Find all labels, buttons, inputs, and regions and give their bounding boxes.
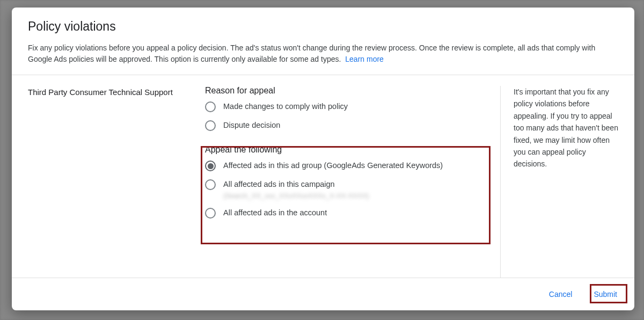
reason-title: Reason for appeal: [205, 86, 495, 96]
appeal-title: Appeal the following: [205, 145, 495, 155]
appeal-option-adgroup[interactable]: Affected ads in this ad group (GoogleAds…: [205, 160, 495, 171]
reason-option-changes[interactable]: Made changes to comply with policy: [205, 101, 495, 112]
dialog-body: Third Party Consumer Technical Support R…: [12, 75, 634, 278]
learn-more-link[interactable]: Learn more: [345, 55, 384, 63]
radio-label: Made changes to comply with policy: [223, 101, 348, 112]
cancel-button[interactable]: Cancel: [544, 286, 578, 303]
policy-name-column: Third Party Consumer Technical Support: [28, 86, 205, 278]
radio-label: Dispute decision: [223, 120, 280, 130]
info-column: It's important that you fix any policy v…: [500, 86, 618, 278]
subtitle-text: Fix any policy violations before you app…: [28, 43, 595, 63]
radio-label: All affected ads in the account: [223, 207, 327, 218]
radio-icon[interactable]: [205, 161, 216, 171]
radio-label: Affected ads in this ad group (GoogleAds…: [223, 160, 443, 171]
radio-label: All affected ads in this campaign: [223, 179, 369, 190]
appeal-option-campaign[interactable]: All affected ads in this campaign (Searc…: [205, 179, 495, 200]
policy-name: Third Party Consumer Technical Support: [28, 86, 196, 99]
reason-option-dispute[interactable]: Dispute decision: [205, 120, 495, 131]
radio-icon[interactable]: [205, 101, 216, 112]
appeal-option-account[interactable]: All affected ads in the account: [205, 207, 495, 219]
dialog-title: Policy violations: [28, 19, 618, 34]
dialog-header: Policy violations Fix any policy violati…: [12, 8, 634, 75]
radio-icon[interactable]: [205, 208, 216, 219]
submit-button[interactable]: Submit: [588, 286, 623, 303]
info-text: It's important that you fix any policy v…: [514, 86, 618, 170]
radio-icon[interactable]: [205, 179, 216, 190]
dialog-subtitle: Fix any policy violations before you app…: [28, 42, 618, 65]
policy-violations-dialog: Policy violations Fix any policy violati…: [12, 8, 634, 310]
appeal-form-column: Reason for appeal Made changes to comply…: [205, 86, 495, 278]
dialog-footer: Cancel Submit: [12, 278, 634, 310]
radio-icon[interactable]: [205, 120, 216, 131]
radio-sublabel: (Search_XX_xxx_XXxXXxxXXXx_X-XX-XXXX): [223, 192, 369, 200]
